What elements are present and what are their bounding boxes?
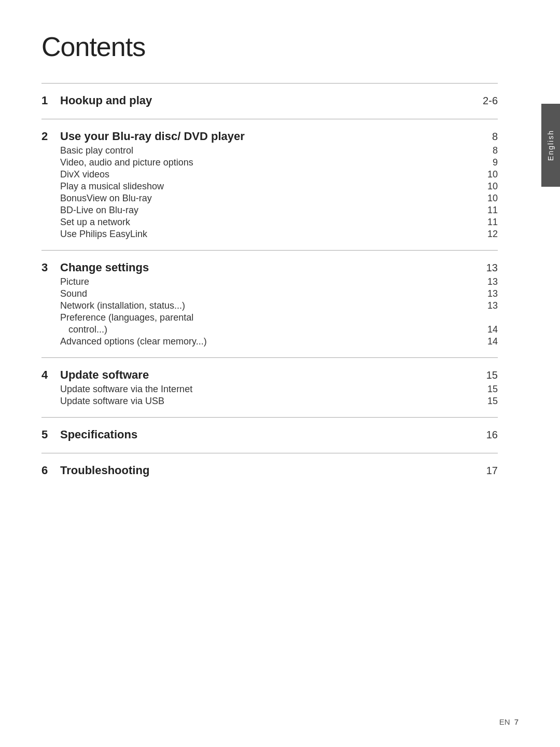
- toc-sub-3-4: Advanced options (clear memory...) 14: [41, 336, 498, 347]
- section-number-6: 6: [41, 464, 60, 477]
- section-title-3: Change settings: [60, 261, 477, 274]
- toc-sub-2-1: Video, audio and picture options 9: [41, 157, 498, 168]
- toc-sub-2-3: Play a musical slideshow 10: [41, 181, 498, 192]
- toc-sub-3-3: Preference (languages, parental: [41, 312, 498, 323]
- page-title: Contents: [41, 31, 498, 62]
- toc-sub-4-1: Update software via USB 15: [41, 396, 498, 407]
- section-title-2: Use your Blu-ray disc/ DVD player: [60, 130, 477, 143]
- toc-section-2-header: 2 Use your Blu-ray disc/ DVD player 8: [41, 130, 498, 143]
- section-page-1: 2-6: [477, 95, 498, 107]
- bottom-language: EN: [499, 717, 510, 726]
- toc-sub-4-0: Update software via the Internet 15: [41, 384, 498, 395]
- section-page-2: 8: [477, 131, 498, 143]
- toc-section-1: 1 Hookup and play 2-6: [41, 83, 498, 119]
- section-page-6: 17: [477, 465, 498, 477]
- toc-sub-3-0: Picture 13: [41, 276, 498, 287]
- section-number-2: 2: [41, 130, 60, 143]
- toc-sub-2-4: BonusView on Blu-ray 10: [41, 193, 498, 204]
- section-page-4: 15: [477, 369, 498, 381]
- toc-section-4: 4 Update software 15 Update software via…: [41, 357, 498, 417]
- toc-section-5: 5 Specifications 16: [41, 417, 498, 453]
- section-title-5: Specifications: [60, 428, 477, 441]
- toc-sub-2-0: Basic play control 8: [41, 145, 498, 156]
- toc-section-4-header: 4 Update software 15: [41, 368, 498, 382]
- toc-section-3: 3 Change settings 13 Picture 13 Sound 13…: [41, 250, 498, 357]
- section-number-4: 4: [41, 368, 60, 382]
- section-title-4: Update software: [60, 368, 477, 382]
- language-tab-label: English: [547, 130, 555, 161]
- toc-section-2: 2 Use your Blu-ray disc/ DVD player 8 Ba…: [41, 119, 498, 250]
- toc-section-6-header: 6 Troubleshooting 17: [41, 464, 498, 477]
- toc-section-5-header: 5 Specifications 16: [41, 428, 498, 441]
- toc-sub-3-1: Sound 13: [41, 288, 498, 299]
- bottom-page-number: 7: [514, 717, 519, 726]
- language-tab: English: [541, 104, 560, 187]
- section-title-6: Troubleshooting: [60, 464, 477, 477]
- page-content: Contents 1 Hookup and play 2-6 2 Use you…: [0, 0, 539, 747]
- section-page-5: 16: [477, 429, 498, 441]
- toc-sub-3-2: Network (installation, status...) 13: [41, 300, 498, 311]
- toc-section-6: 6 Troubleshooting 17: [41, 453, 498, 489]
- toc-sub-2-5: BD-Live on Blu-ray 11: [41, 205, 498, 216]
- section-number-1: 1: [41, 94, 60, 107]
- toc-section-3-header: 3 Change settings 13: [41, 261, 498, 274]
- toc-sub-2-7: Use Philips EasyLink 12: [41, 229, 498, 240]
- section-number-5: 5: [41, 428, 60, 441]
- toc-sub-3-3-cont: control...) 14: [41, 324, 498, 335]
- toc-section-1-header: 1 Hookup and play 2-6: [41, 94, 498, 107]
- toc-sub-2-6: Set up a network 11: [41, 217, 498, 228]
- section-number-3: 3: [41, 261, 60, 274]
- bottom-bar: EN 7: [499, 717, 519, 726]
- section-page-3: 13: [477, 262, 498, 274]
- toc-sub-2-2: DivX videos 10: [41, 169, 498, 180]
- section-title-1: Hookup and play: [60, 94, 477, 107]
